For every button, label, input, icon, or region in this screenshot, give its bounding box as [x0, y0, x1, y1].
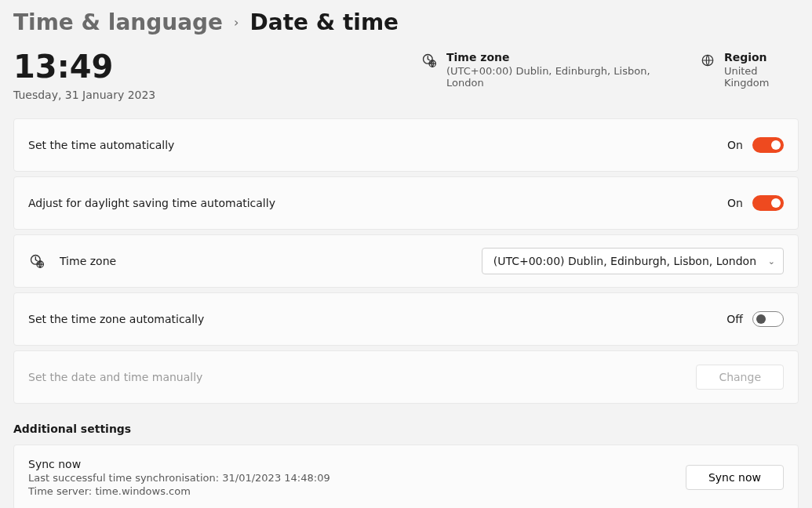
clock-block: 13:49 Tuesday, 31 January 2023: [13, 51, 421, 101]
timezone-select-value: (UTC+00:00) Dublin, Edinburgh, Lisbon, L…: [493, 255, 756, 267]
clock-globe-icon: [421, 53, 437, 68]
sync-last: Last successful time synchronisation: 31…: [28, 472, 686, 484]
sync-server: Time server: time.windows.com: [28, 485, 686, 497]
sync-title: Sync now: [28, 458, 686, 470]
row-set-tz-auto-label: Set the time zone automatically: [28, 313, 726, 325]
row-set-time-auto-toggle[interactable]: [752, 137, 784, 153]
row-manual: Set the date and time manually Change: [13, 350, 799, 404]
row-manual-label: Set the date and time manually: [28, 371, 696, 383]
row-set-tz-auto: Set the time zone automatically Off: [13, 292, 799, 346]
timezone-select[interactable]: (UTC+00:00) Dublin, Edinburgh, Lisbon, L…: [482, 248, 784, 274]
row-dst-state: On: [727, 197, 743, 209]
row-timezone-label: Time zone: [60, 255, 482, 267]
clock-time: 13:49: [13, 51, 421, 82]
breadcrumb-parent[interactable]: Time & language: [13, 9, 223, 35]
hero-timezone-value: (UTC+00:00) Dublin, Edinburgh, Lisbon, L…: [446, 65, 669, 89]
sync-now-button[interactable]: Sync now: [686, 465, 784, 490]
globe-icon: [701, 53, 715, 68]
hero-row: 13:49 Tuesday, 31 January 2023 Time zone…: [13, 51, 799, 101]
row-dst: Adjust for daylight saving time automati…: [13, 176, 799, 230]
hero-region[interactable]: Region United Kingdom: [701, 51, 799, 89]
row-timezone: Time zone (UTC+00:00) Dublin, Edinburgh,…: [13, 234, 799, 288]
chevron-right-icon: ›: [234, 15, 239, 30]
row-set-time-auto-label: Set the time automatically: [28, 139, 727, 151]
breadcrumb: Time & language › Date & time: [13, 9, 799, 35]
row-dst-label: Adjust for daylight saving time automati…: [28, 197, 727, 209]
row-sync-now: Sync now Last successful time synchronis…: [13, 444, 799, 508]
row-dst-toggle[interactable]: [752, 195, 784, 211]
additional-settings-heading: Additional settings: [13, 423, 799, 435]
row-set-time-auto-state: On: [727, 139, 743, 151]
clock-globe-icon: [28, 252, 46, 270]
chevron-down-icon: ⌄: [768, 256, 775, 267]
row-set-tz-auto-toggle[interactable]: [752, 311, 784, 327]
row-set-time-auto: Set the time automatically On: [13, 118, 799, 172]
row-set-tz-auto-state: Off: [726, 313, 743, 325]
hero-region-title: Region: [724, 51, 799, 64]
hero-region-value: United Kingdom: [724, 65, 799, 89]
change-button[interactable]: Change: [696, 365, 784, 390]
page-title: Date & time: [250, 9, 399, 35]
hero-timezone[interactable]: Time zone (UTC+00:00) Dublin, Edinburgh,…: [421, 51, 669, 89]
hero-timezone-title: Time zone: [446, 51, 669, 64]
clock-date: Tuesday, 31 January 2023: [13, 89, 421, 101]
